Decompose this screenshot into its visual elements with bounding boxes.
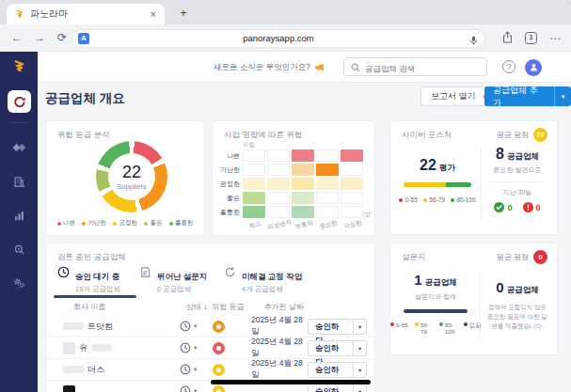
review-tabs: 승인 대기 중 18개 공급업체 뛰어난 설문지 0 공급업체 미해결 교정 작… bbox=[46, 266, 374, 298]
heatmap-cell[interactable] bbox=[292, 178, 314, 190]
company-name: 더스 bbox=[87, 364, 104, 376]
tab-close-icon[interactable]: × bbox=[151, 8, 156, 20]
alert-circle-icon bbox=[523, 202, 533, 212]
sidebar-item-company[interactable] bbox=[8, 172, 30, 191]
horizontal-scrollbar[interactable] bbox=[211, 380, 371, 384]
approve-button[interactable]: 승인하다 bbox=[308, 340, 354, 356]
heatmap-cell[interactable] bbox=[243, 206, 265, 218]
heatmap-cell[interactable] bbox=[267, 206, 290, 218]
legend-item: 나쁜 bbox=[57, 219, 76, 227]
table-row[interactable]: 유 ▾ 2025년 4월 28일 승인하다 ▾ bbox=[46, 337, 374, 359]
heatmap-cell[interactable] bbox=[267, 149, 290, 162]
back-icon[interactable]: ← bbox=[8, 24, 26, 52]
heatmap-cell[interactable] bbox=[341, 206, 363, 218]
help-button[interactable]: ? bbox=[502, 60, 515, 73]
heatmap-cell[interactable] bbox=[292, 149, 314, 162]
avg-rating-label: 평균 평점 bbox=[497, 252, 529, 262]
approve-dropdown[interactable]: ▾ bbox=[354, 319, 367, 335]
heatmap-cell[interactable] bbox=[267, 192, 290, 204]
address-bar[interactable]: A panoraysapp.com bbox=[71, 29, 485, 48]
heatmap-row-label: 가난한 bbox=[213, 164, 240, 178]
sidebar-item-suppliers-active[interactable] bbox=[8, 90, 31, 113]
heatmap-cell[interactable] bbox=[243, 192, 265, 204]
table-row[interactable]: 더스 ▾ 2025년 4월 28일 승인하다 ▾ bbox=[46, 359, 374, 381]
approve-dropdown[interactable]: ▾ bbox=[354, 362, 367, 378]
legend-item: 0-55 bbox=[390, 321, 409, 335]
date-added: 2025년 4월 28일 bbox=[234, 358, 308, 381]
status-dropdown[interactable]: ▾ bbox=[167, 364, 202, 375]
legend-dot bbox=[82, 222, 86, 226]
caret-down-icon: ▾ bbox=[194, 387, 197, 392]
reload-icon[interactable]: ⟳ bbox=[53, 24, 71, 52]
approve-button[interactable]: 승인하다 bbox=[308, 319, 354, 335]
search-input[interactable] bbox=[344, 60, 486, 77]
sidebar-item-partnership[interactable] bbox=[8, 138, 30, 157]
avg-rating-label: 평균 평점 bbox=[497, 130, 529, 140]
questionnaire-icon bbox=[139, 266, 151, 278]
card-title: 사이버 포스처 bbox=[402, 130, 452, 141]
heatmap-cell[interactable] bbox=[267, 178, 290, 190]
risk-donut[interactable]: 22 Suppliers bbox=[96, 141, 167, 212]
legend-dot bbox=[57, 222, 61, 226]
tab-outstanding-questionnaires[interactable]: 뛰어난 설문지 0 공급업체 bbox=[139, 266, 207, 294]
tab-open-remediation[interactable]: 미해결 교정 작업 4개 공급업체 bbox=[224, 266, 302, 294]
card-title: 설문지 bbox=[402, 252, 426, 263]
tab-switcher-button[interactable]: 1 bbox=[525, 32, 537, 44]
heatmap-cell[interactable] bbox=[243, 149, 265, 162]
heatmap-cell[interactable] bbox=[292, 206, 314, 218]
heatmap-cell[interactable] bbox=[243, 178, 265, 190]
table-row[interactable]: 트닷컴 ▾ 2025년 4월 28일 승인하다 ▾ bbox=[46, 316, 374, 337]
user-avatar[interactable] bbox=[525, 59, 542, 76]
check-circle-icon bbox=[494, 202, 504, 212]
heatmap-cell[interactable] bbox=[316, 149, 339, 162]
supplier-search-box[interactable] bbox=[343, 57, 487, 76]
risk-badge bbox=[213, 321, 225, 333]
heatmap-col-label: 극심한 bbox=[341, 218, 366, 230]
heatmap-cell[interactable] bbox=[316, 164, 339, 176]
heatmap-cell[interactable] bbox=[341, 192, 363, 204]
whats-new-link[interactable]: 새로운 소식은 무엇인가요? bbox=[214, 62, 325, 73]
heatmap-cell[interactable] bbox=[267, 164, 290, 176]
company-name: 유 bbox=[79, 342, 87, 354]
add-supplier-dropdown[interactable]: ▾ bbox=[554, 86, 571, 106]
approve-dropdown[interactable]: ▾ bbox=[354, 340, 367, 356]
main-content: 새로운 소식은 무엇인가요? ? 공급업체 개요 보고서 열기 ∨ 공급업체 추… bbox=[38, 52, 571, 392]
caret-down-icon: ▾ bbox=[194, 344, 197, 352]
heatmap-cell[interactable] bbox=[316, 192, 339, 204]
findings-panel: 8 공급업체 중요한 발견으로 지난 30일 0 0 bbox=[484, 146, 550, 212]
person-icon bbox=[529, 62, 539, 72]
browser-tab[interactable]: 파노라마 × bbox=[7, 4, 165, 24]
sidebar-nav bbox=[0, 52, 38, 392]
new-tab-button[interactable]: + bbox=[175, 5, 192, 22]
heatmap-cell[interactable] bbox=[341, 164, 363, 176]
questionnaire-legend: 0-5556-7980-100없음 bbox=[398, 321, 475, 335]
company-cell: 더스 bbox=[46, 364, 167, 376]
share-icon[interactable] bbox=[502, 30, 513, 47]
add-supplier-button[interactable]: 공급업체 추가 ▾ bbox=[484, 86, 571, 106]
microphone-icon[interactable] bbox=[469, 33, 478, 50]
heatmap-cell[interactable] bbox=[316, 178, 339, 190]
browser-menu-icon[interactable]: ⋯ bbox=[549, 32, 562, 45]
questionnaire-count: 1 bbox=[414, 272, 421, 288]
heatmap-cell[interactable] bbox=[243, 164, 265, 176]
sidebar-item-findings[interactable] bbox=[8, 240, 30, 259]
heatmap-cell[interactable] bbox=[341, 178, 363, 190]
sidebar-item-reports[interactable] bbox=[8, 206, 30, 225]
clock-icon bbox=[180, 385, 191, 392]
approve-button[interactable]: 승인하다 bbox=[308, 362, 354, 378]
divider bbox=[491, 181, 544, 182]
tab-pending-approval[interactable]: 승인 대기 중 18개 공급업체 bbox=[57, 266, 120, 294]
heatmap-cell[interactable] bbox=[292, 192, 314, 204]
legend-dot bbox=[113, 222, 117, 226]
sidebar-item-settings[interactable] bbox=[8, 274, 30, 292]
bar-segment bbox=[404, 182, 446, 187]
status-dropdown[interactable]: ▾ bbox=[167, 342, 202, 353]
legend-dot bbox=[399, 198, 403, 202]
heatmap-cell[interactable] bbox=[292, 164, 314, 176]
heatmap-cell[interactable] bbox=[341, 149, 363, 162]
forward-icon[interactable]: → bbox=[30, 24, 49, 52]
heatmap-cell[interactable] bbox=[316, 206, 339, 218]
status-dropdown[interactable]: ▾ bbox=[167, 385, 202, 392]
status-dropdown[interactable]: ▾ bbox=[167, 321, 202, 332]
legend-dot bbox=[169, 222, 173, 226]
